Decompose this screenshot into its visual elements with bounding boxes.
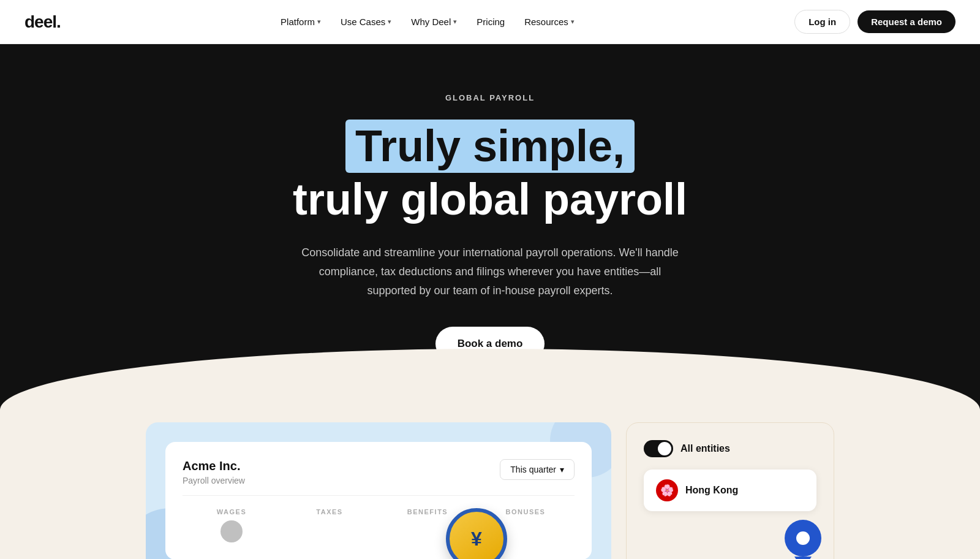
entities-header: All entities — [644, 440, 816, 457]
taxes-label: TAXES — [281, 508, 379, 515]
wages-label: WAGES — [183, 508, 281, 515]
payroll-card: Acme Inc. Payroll overview This quarter … — [146, 422, 611, 559]
chevron-down-icon: ▾ — [560, 465, 564, 474]
nav-item-pricing[interactable]: Pricing — [468, 12, 513, 32]
hk-flag-icon: 🌸 — [656, 479, 678, 501]
taxes-column: TAXES — [281, 508, 379, 542]
map-pin-illustration — [785, 520, 821, 559]
coin-illustration: ¥ — [446, 508, 513, 559]
hero-section: GLOBAL PAYROLL Truly simple, truly globa… — [0, 44, 980, 422]
chevron-down-icon: ▾ — [317, 18, 321, 26]
hero-curve — [0, 349, 980, 422]
pin-tail — [794, 557, 812, 559]
hero-line2: truly global payroll — [293, 175, 687, 224]
nav-item-platform[interactable]: Platform ▾ — [272, 12, 330, 32]
payroll-columns: WAGES TAXES BENEFITS BONUSES — [183, 508, 575, 542]
nav-links: Platform ▾ Use Cases ▾ Why Deel ▾ Pricin… — [272, 12, 583, 32]
chevron-down-icon: ▾ — [571, 18, 575, 26]
nav-item-why-deel[interactable]: Why Deel ▾ — [402, 12, 466, 32]
chevron-down-icon: ▾ — [388, 18, 391, 26]
payroll-header: Acme Inc. Payroll overview This quarter … — [183, 459, 575, 496]
avatar — [221, 520, 243, 542]
company-name: Acme Inc. — [183, 459, 245, 473]
all-entities-label: All entities — [680, 443, 730, 454]
hk-location-card[interactable]: 🌸 Hong Kong — [644, 470, 816, 511]
logo[interactable]: deel. — [24, 12, 61, 32]
entities-card: All entities 🌸 Hong Kong — [626, 422, 834, 559]
pin-circle — [785, 520, 821, 557]
nav-item-resources[interactable]: Resources ▾ — [516, 12, 583, 32]
nav-item-use-cases[interactable]: Use Cases ▾ — [332, 12, 400, 32]
payroll-subtitle: Payroll overview — [183, 476, 245, 485]
payroll-inner: Acme Inc. Payroll overview This quarter … — [165, 442, 592, 559]
all-entities-toggle[interactable] — [644, 440, 673, 457]
navbar: deel. Platform ▾ Use Cases ▾ Why Deel ▾ … — [0, 0, 980, 44]
hero-label: GLOBAL PAYROLL — [445, 93, 535, 102]
coin-shape: ¥ — [446, 508, 507, 559]
quarter-selector[interactable]: This quarter ▾ — [500, 459, 575, 480]
wages-column: WAGES — [183, 508, 281, 542]
company-info: Acme Inc. Payroll overview — [183, 459, 245, 485]
chevron-down-icon: ▾ — [453, 18, 457, 26]
toggle-knob — [658, 442, 671, 455]
pin-inner — [796, 531, 810, 545]
cards-section: Acme Inc. Payroll overview This quarter … — [0, 422, 980, 559]
hk-name-label: Hong Kong — [685, 485, 738, 496]
nav-actions: Log in Request a demo — [794, 10, 956, 34]
coin-symbol: ¥ — [471, 528, 482, 550]
hero-highlight: Truly simple, — [345, 120, 635, 173]
hero-description: Consolidate and streamline your internat… — [294, 243, 686, 300]
login-button[interactable]: Log in — [794, 10, 850, 34]
request-demo-button[interactable]: Request a demo — [858, 10, 956, 33]
hero-title: Truly simple, truly global payroll — [293, 120, 687, 224]
